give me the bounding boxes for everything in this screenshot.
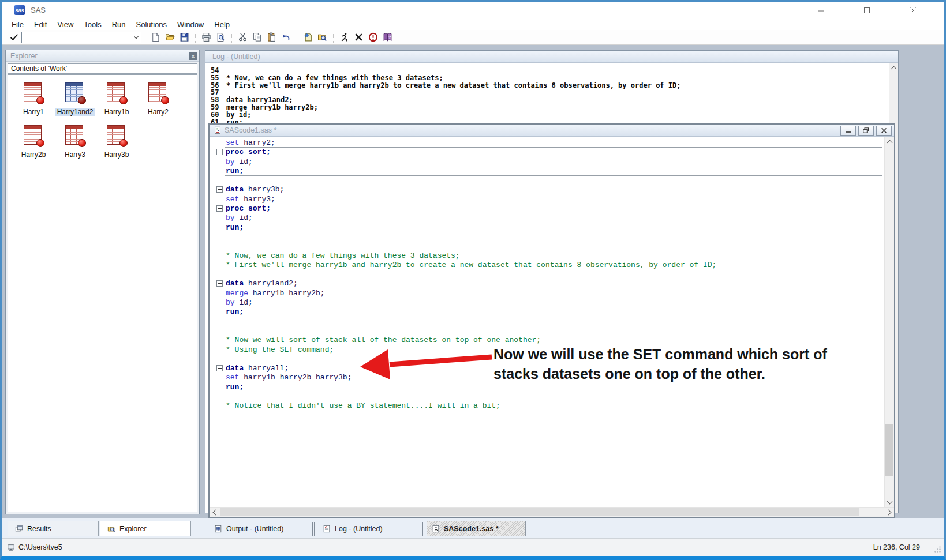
log-title-bar: Log - (Untitled) [205,51,898,63]
scroll-left-button[interactable] [210,508,219,517]
code-line [210,326,884,336]
menu-window[interactable]: Window [172,20,209,29]
resize-grip[interactable] [934,546,941,553]
print-preview-button[interactable] [214,31,228,44]
tab-log-icon [323,525,331,533]
window-tab-editor[interactable]: SAScode1.sas * [427,521,526,536]
window-title: SAS [31,6,46,14]
fold-minus-box[interactable] [216,280,223,287]
paste-button[interactable] [264,31,279,44]
code-line: * Notice that I didn't use a BY statemen… [210,401,884,411]
maximize-button[interactable] [844,2,890,18]
editor-restore-button[interactable] [858,126,874,136]
code-line: run; [210,383,884,392]
code-text: run; [226,223,244,232]
open-button[interactable] [163,31,177,44]
menu-run[interactable]: Run [107,20,131,29]
maximize-icon [863,6,871,14]
sas-app-icon: sas [14,5,25,15]
results-tab[interactable]: Results [8,521,99,536]
dataset-item[interactable]: Harry3b [96,125,137,159]
code-line: * Using the SET command; [210,345,884,355]
log-line: 55* Now, we can do a few things with the… [205,74,898,82]
menu-bar: FileEditViewToolsRunSolutionsWindowHelp [2,18,944,30]
code-text: run; [226,167,244,175]
menu-view[interactable]: View [52,20,78,29]
code-text: run; [226,383,244,392]
undo-button[interactable] [279,31,293,44]
menu-file[interactable]: File [6,20,29,29]
vertical-scroll-thumb[interactable] [885,424,893,476]
open-icon [165,32,175,42]
explorer-title-bar: Explorer x [6,50,199,62]
toolbar-separator [297,32,297,43]
editor-horizontal-scrollbar[interactable] [210,507,894,517]
dataset-ball [161,96,169,104]
explorer-close-button[interactable]: x [189,52,197,60]
scroll-right-button[interactable] [884,508,894,517]
new-library-icon [303,32,313,42]
scroll-up-button[interactable] [885,137,894,146]
window-tab-log[interactable]: Log - (Untitled) [318,521,417,536]
command-input[interactable] [22,32,130,43]
code-line: by id; [210,213,884,223]
horizontal-scroll-thumb[interactable] [220,508,859,516]
copy-button[interactable] [250,31,264,44]
command-run-button[interactable] [6,31,21,44]
save-button[interactable] [177,31,192,44]
code-line: by id; [210,298,884,307]
paste-icon [267,32,276,42]
chevron-down-icon [132,33,140,42]
toolbar [2,30,944,45]
log-line: 57 [205,89,898,96]
fold-minus-box[interactable] [216,149,223,155]
editor-window: SAScode1.sas * set harry2;proc sort;by i… [208,123,895,518]
log-scroll-up-button[interactable] [889,63,898,73]
dataset-ball [36,139,44,147]
results-tab-label: Results [27,525,51,533]
menu-tools[interactable]: Tools [78,20,106,29]
clear-all-button[interactable] [352,31,366,44]
close-button[interactable] [890,2,936,18]
window-tab-separator [312,522,315,536]
window-tab-output[interactable]: Output - (Untitled) [210,521,309,536]
code-text: * Notice that I didn't use a BY statemen… [226,401,500,410]
minimize-button[interactable] [798,2,844,18]
break-button[interactable] [366,31,380,44]
fold-minus-box[interactable] [216,205,223,212]
help-button[interactable] [380,31,395,44]
code-line [210,392,884,401]
explorer-button[interactable] [315,31,330,44]
code-text: by id; [226,298,253,307]
fold-minus-box[interactable] [216,186,223,193]
dataset-item[interactable]: Harry1 [13,82,54,116]
submit-button[interactable] [337,31,352,44]
dataset-item[interactable]: Harry1b [96,82,137,116]
dataset-item[interactable]: Harry2b [13,125,54,159]
code-editor[interactable]: set harry2;proc sort;by id;run;data harr… [210,137,884,507]
command-combobox [21,32,141,43]
editor-minimize-button[interactable] [840,126,856,136]
new-button[interactable] [148,31,163,44]
dataset-item[interactable]: Harry1and2 [54,82,96,116]
menu-edit[interactable]: Edit [29,20,52,29]
menu-solutions[interactable]: Solutions [131,20,172,29]
status-divider [406,541,406,554]
dataset-item[interactable]: Harry2 [137,82,179,116]
command-dropdown-button[interactable] [131,32,141,43]
window-tabs: Output - (Untitled)Log - (Untitled)SASco… [210,521,526,536]
print-button[interactable] [199,31,214,44]
explorer-tab[interactable]: Explorer [100,521,191,536]
editor-close-button[interactable] [876,126,892,136]
code-text: by id; [226,213,253,222]
menu-help[interactable]: Help [209,20,235,29]
log-title: Log - (Untitled) [212,52,260,61]
code-text: set harry1b harry2b harry3b; [226,373,352,382]
cut-button[interactable] [235,31,250,44]
new-library-button[interactable] [301,31,315,44]
scroll-down-button[interactable] [885,497,894,507]
dataset-item[interactable]: Harry3 [54,125,96,159]
fold-minus-box[interactable] [216,365,223,371]
editor-vertical-scrollbar[interactable] [884,137,894,507]
dataset-table-icon [146,82,170,105]
